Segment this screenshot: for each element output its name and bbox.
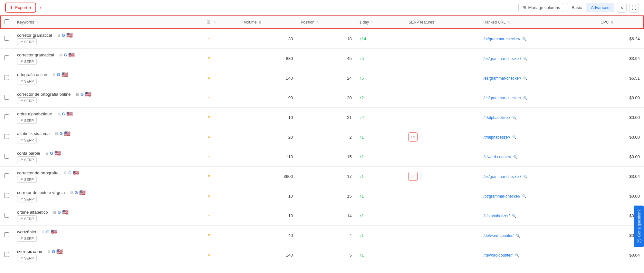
volume-sort-icon[interactable]: ⇅ xyxy=(259,21,261,24)
url-search-icon[interactable]: 🔍 xyxy=(523,175,528,179)
serp-features-cell: ✂ xyxy=(405,127,479,147)
ranked-url-link[interactable]: /tr/alphabetizer/ xyxy=(484,135,510,140)
cpc-sort-icon[interactable]: ⇅ xyxy=(611,21,613,24)
keyword-cell: счетчик слов 🖥 G 🇺🇸 ↗ SERP xyxy=(13,245,203,265)
serp-button[interactable]: ↗ SERP xyxy=(17,156,37,163)
select-all-checkbox[interactable] xyxy=(5,19,9,24)
expand-button[interactable]: ⛶ xyxy=(629,3,639,13)
serp-button[interactable]: ↗ SERP xyxy=(17,78,37,84)
serp-button[interactable]: ↗ SERP xyxy=(17,38,37,45)
row-checkbox[interactable] xyxy=(4,114,9,119)
ranked-url-sort-icon[interactable]: ⇅ xyxy=(507,21,510,24)
collapse-button[interactable]: ∧ xyxy=(617,3,627,13)
url-search-icon[interactable]: 🔍 xyxy=(523,57,528,61)
serp-label: SERP xyxy=(24,138,34,142)
trend-icon: ↗ xyxy=(20,177,23,181)
serp-button[interactable]: ↗ SERP xyxy=(17,235,37,242)
url-search-icon[interactable]: 🔍 xyxy=(522,37,527,41)
flag-icon: 🇺🇸 xyxy=(85,91,91,97)
ranked-url-link[interactable]: /es/grammar-checker/ xyxy=(484,56,521,61)
day1-change: ↑1 xyxy=(360,213,364,218)
trend-icon: ↗ xyxy=(20,59,23,63)
ranked-url-link[interactable]: /it/word-counter/ xyxy=(484,155,511,159)
row-checkbox[interactable] xyxy=(4,232,9,237)
row-checkbox[interactable] xyxy=(4,252,9,257)
trend-icon: ↗ xyxy=(20,256,23,260)
url-search-icon[interactable]: 🔍 xyxy=(516,234,520,238)
url-search-icon[interactable]: 🔍 xyxy=(522,194,527,198)
volume-cell: 140 xyxy=(240,68,297,88)
1day-sort-icon[interactable]: ⇅ xyxy=(371,21,374,24)
ranked-url-link[interactable]: /fr/alphabetizer/ xyxy=(484,115,510,120)
keywords-sort-icon[interactable]: ⇅ xyxy=(36,21,39,24)
row-checkbox[interactable] xyxy=(4,154,9,159)
table-row: conta parole 🖥 G 🇺🇸 ↗ SERP ⚭ 11015 ↑1 /i… xyxy=(0,147,644,167)
position-cell: 17 xyxy=(297,167,356,186)
manage-columns-button[interactable]: ⊞ Manage columns xyxy=(518,3,564,12)
device-icons: 🖥 G 🇺🇸 xyxy=(70,190,86,196)
keyword-text: corrector gramatical xyxy=(17,53,54,57)
url-search-icon[interactable]: 🔍 xyxy=(523,96,528,100)
serp-button[interactable]: ↗ SERP xyxy=(17,97,37,104)
flag-icon: 🇺🇸 xyxy=(66,111,73,117)
day1-change: ↑2 xyxy=(360,95,364,100)
serp-button[interactable]: ↗ SERP xyxy=(17,215,37,222)
serp-button[interactable]: ↗ SERP xyxy=(17,176,37,183)
monitor-icon: 🖥 xyxy=(53,210,56,215)
ranked-url-link[interactable]: /pt/grammar-checker/ xyxy=(484,194,520,199)
link-icon: ⚭ xyxy=(207,115,211,120)
keyword-text: corrector de ortografía xyxy=(17,171,59,175)
keyword-cell: corretor gramatical 🖥 G 🇺🇸 ↗ SERP xyxy=(13,29,203,49)
keyword-text: ortografia online xyxy=(17,72,47,77)
row-checkbox-cell xyxy=(0,226,13,245)
row-checkbox[interactable] xyxy=(4,134,9,139)
help-button[interactable]: ? Got a question? xyxy=(634,206,644,247)
serp-button[interactable]: ↗ SERP xyxy=(17,196,37,202)
day1-cell: ↑1 xyxy=(356,186,405,206)
row-checkbox[interactable] xyxy=(4,173,9,178)
day1-change: ↑5 xyxy=(360,76,364,81)
link-sort-icon[interactable]: ⇅ xyxy=(213,21,216,24)
serp-button[interactable]: ↗ SERP xyxy=(17,58,37,65)
serp-button[interactable]: ↗ SERP xyxy=(17,137,37,143)
row-checkbox[interactable] xyxy=(4,55,9,60)
position-sort-icon[interactable]: ⇅ xyxy=(316,21,319,24)
export-button[interactable]: ⬇ Export ▾ xyxy=(5,3,36,13)
url-search-icon[interactable]: 🔍 xyxy=(512,116,517,120)
serp-features-cell xyxy=(405,245,479,265)
table-row: corretor de texto e vírgula 🖥 G 🇺🇸 ↗ SER… xyxy=(0,186,644,206)
device-icons: 🖥 G 🇺🇸 xyxy=(57,32,73,38)
url-search-icon[interactable]: 🔍 xyxy=(512,214,516,218)
row-checkbox[interactable] xyxy=(4,75,9,80)
ranked-url-link[interactable]: /it/alphabetizer/ xyxy=(484,214,510,218)
cpc-cell: $6.51 xyxy=(597,68,644,88)
trend-icon: ↗ xyxy=(20,138,23,142)
url-search-icon[interactable]: 🔍 xyxy=(513,155,518,159)
row-checkbox[interactable] xyxy=(4,36,9,41)
row-checkbox[interactable] xyxy=(4,213,9,218)
table-container: Keywords ⇅ ⛓ ⇅ Volume ⇅ Position ⇅ 1 day xyxy=(0,15,644,265)
keyword-cell: corretor de texto e vírgula 🖥 G 🇺🇸 ↗ SER… xyxy=(13,186,203,206)
url-search-icon[interactable]: 🔍 xyxy=(523,76,528,80)
row-checkbox[interactable] xyxy=(4,95,9,100)
table-row: счетчик слов 🖥 G 🇺🇸 ↗ SERP ⚭ 1405 ↑1 /ru… xyxy=(0,245,644,265)
ranked-url-link[interactable]: /es/grammar-checker/ xyxy=(484,174,521,179)
url-search-icon[interactable]: 🔍 xyxy=(512,135,517,139)
url-search-icon[interactable]: 🔍 xyxy=(515,253,519,257)
serp-button[interactable]: ↗ SERP xyxy=(17,255,37,261)
serp-label: SERP xyxy=(24,217,34,221)
link-cell: ⚭ xyxy=(203,108,240,127)
view-advanced-button[interactable]: Advanced xyxy=(586,3,614,12)
ranked-url-link[interactable]: /pt/grammar-checker/ xyxy=(484,37,520,41)
ranked-url-link[interactable]: /ru/word-counter/ xyxy=(484,253,513,258)
row-checkbox[interactable] xyxy=(4,193,9,198)
ranked-url-link[interactable]: /es/grammar-checker/ xyxy=(484,96,521,100)
view-basic-button[interactable]: Basic xyxy=(567,3,586,12)
ranked-url-link[interactable]: /es/grammar-checker/ xyxy=(484,76,521,81)
ranked-url-link[interactable]: /de/word-counter/ xyxy=(484,233,514,238)
day1-change: ↑2 xyxy=(360,115,364,120)
volume-cell: 30 xyxy=(240,29,297,49)
serp-button[interactable]: ↗ SERP xyxy=(17,117,37,124)
cpc-cell: $0.00 xyxy=(597,186,644,206)
day1-cell: ↑1 xyxy=(356,127,405,147)
